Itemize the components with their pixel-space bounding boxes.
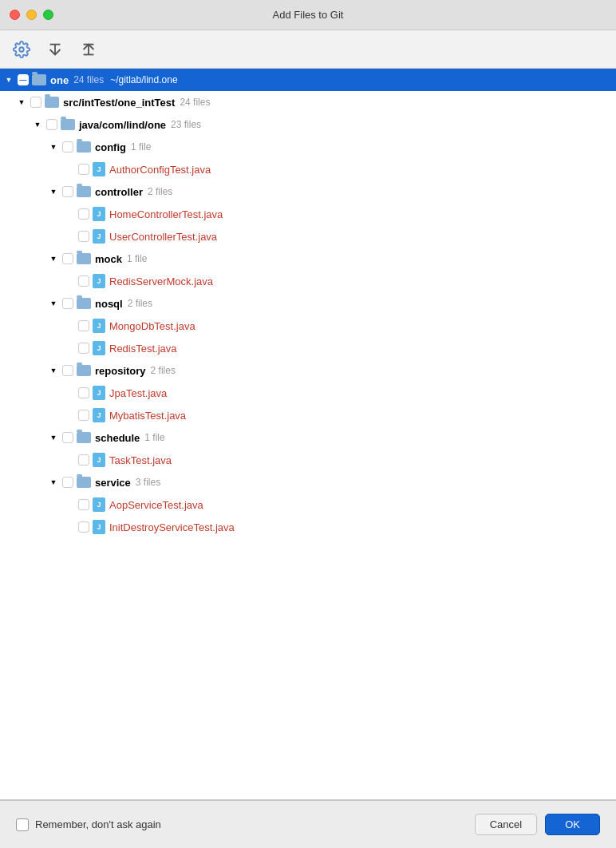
chevron-empty-1 bbox=[64, 164, 75, 175]
checkbox-MongoDbTest[interactable] bbox=[78, 320, 89, 331]
chevron-empty-9 bbox=[64, 454, 75, 466]
tree-row-UserControllerTest[interactable]: UserControllerTest.java bbox=[0, 225, 616, 248]
checkbox-UserControllerTest[interactable] bbox=[78, 231, 89, 242]
checkbox-TaskTest[interactable] bbox=[78, 454, 89, 466]
folder-icon-src bbox=[45, 97, 59, 108]
collapse-all-button[interactable] bbox=[77, 38, 101, 61]
checkbox-RedisTest[interactable] bbox=[78, 343, 89, 354]
tree-row-repository[interactable]: repository 2 files bbox=[0, 359, 616, 382]
TaskTest-name: TaskTest.java bbox=[109, 454, 172, 466]
tree-row-JpaTest[interactable]: JpaTest.java bbox=[0, 382, 616, 404]
checkbox-InitDestroyServiceTest[interactable] bbox=[78, 521, 89, 533]
remember-label: Remember, don't ask again bbox=[35, 818, 161, 830]
close-button[interactable] bbox=[10, 10, 20, 20]
java-icon-AuthorConfigTest bbox=[93, 162, 105, 176]
settings-button[interactable] bbox=[10, 38, 34, 61]
maximize-button[interactable] bbox=[43, 10, 53, 20]
chevron-empty-11 bbox=[64, 521, 75, 533]
RedisServerMock-name: RedisServerMock.java bbox=[109, 275, 213, 287]
checkbox-controller[interactable] bbox=[62, 186, 73, 197]
remember-checkbox[interactable] bbox=[16, 818, 29, 831]
java-icon-RedisTest bbox=[93, 341, 105, 355]
folder-icon-java bbox=[61, 119, 75, 130]
window-title: Add Files to Git bbox=[273, 9, 344, 21]
controller-count: 2 files bbox=[148, 186, 172, 197]
tree-row-RedisTest[interactable]: RedisTest.java bbox=[0, 337, 616, 359]
chevron-mock[interactable] bbox=[48, 253, 59, 264]
tree-row-TaskTest[interactable]: TaskTest.java bbox=[0, 449, 616, 471]
chevron-nosql[interactable] bbox=[48, 298, 59, 309]
tree-row-java[interactable]: java/com/lind/one 23 files bbox=[0, 113, 616, 136]
java-icon-UserControllerTest bbox=[93, 229, 105, 244]
title-bar: Add Files to Git bbox=[0, 0, 616, 30]
tree-row-schedule[interactable]: schedule 1 file bbox=[0, 426, 616, 449]
checkbox-HomeControllerTest[interactable] bbox=[78, 208, 89, 220]
chevron-src[interactable] bbox=[16, 97, 27, 108]
root-path: ~/gitlab/lind.one bbox=[110, 74, 177, 85]
checkbox-root[interactable] bbox=[18, 74, 29, 85]
tree-row-mock[interactable]: mock 1 file bbox=[0, 248, 616, 270]
checkbox-AopServiceTest[interactable] bbox=[78, 499, 89, 510]
checkbox-repository[interactable] bbox=[62, 365, 73, 376]
chevron-empty-10 bbox=[64, 499, 75, 510]
tree-row-HomeControllerTest[interactable]: HomeControllerTest.java bbox=[0, 203, 616, 225]
tree-row-root[interactable]: one 24 files ~/gitlab/lind.one bbox=[0, 69, 616, 91]
tree-row-MybatisTest[interactable]: MybatisTest.java bbox=[0, 404, 616, 426]
java-icon-HomeControllerTest bbox=[93, 207, 105, 221]
checkbox-AuthorConfigTest[interactable] bbox=[78, 164, 89, 175]
chevron-repository[interactable] bbox=[48, 365, 59, 376]
chevron-config[interactable] bbox=[48, 141, 59, 153]
java-icon-MybatisTest bbox=[93, 408, 105, 422]
window-controls bbox=[10, 10, 53, 20]
remember-area[interactable]: Remember, don't ask again bbox=[16, 818, 161, 831]
tree-row-service[interactable]: service 3 files bbox=[0, 471, 616, 493]
folder-icon-controller bbox=[77, 186, 91, 197]
tree-row-AopServiceTest[interactable]: AopServiceTest.java bbox=[0, 493, 616, 516]
tree-row-nosql[interactable]: nosql 2 files bbox=[0, 292, 616, 315]
expand-all-button[interactable] bbox=[43, 38, 67, 61]
checkbox-schedule[interactable] bbox=[62, 432, 73, 443]
tree-row-src[interactable]: src/intTest/one_intTest 24 files bbox=[0, 91, 616, 113]
file-tree[interactable]: one 24 files ~/gitlab/lind.one src/intTe… bbox=[0, 69, 616, 800]
chevron-controller[interactable] bbox=[48, 186, 59, 197]
chevron-root[interactable] bbox=[3, 74, 14, 85]
src-count: 24 files bbox=[180, 97, 210, 108]
checkbox-service[interactable] bbox=[62, 477, 73, 488]
checkbox-src[interactable] bbox=[30, 97, 41, 108]
folder-icon-root bbox=[32, 74, 46, 85]
chevron-schedule[interactable] bbox=[48, 432, 59, 443]
tree-row-config[interactable]: config 1 file bbox=[0, 136, 616, 158]
root-count: 24 files bbox=[73, 74, 104, 85]
service-name: service bbox=[95, 477, 131, 489]
tree-row-controller[interactable]: controller 2 files bbox=[0, 180, 616, 203]
chevron-java[interactable] bbox=[32, 119, 43, 130]
checkbox-JpaTest[interactable] bbox=[78, 387, 89, 398]
checkbox-nosql[interactable] bbox=[62, 298, 73, 309]
chevron-empty-4 bbox=[64, 275, 75, 287]
tree-row-MongoDbTest[interactable]: MongoDbTest.java bbox=[0, 315, 616, 337]
folder-icon-schedule bbox=[77, 432, 91, 443]
RedisTest-name: RedisTest.java bbox=[109, 343, 177, 355]
tree-row-RedisServerMock[interactable]: RedisServerMock.java bbox=[0, 270, 616, 292]
chevron-service[interactable] bbox=[48, 477, 59, 488]
checkbox-config[interactable] bbox=[62, 141, 73, 153]
ok-button[interactable]: OK bbox=[545, 814, 600, 835]
java-icon-RedisServerMock bbox=[93, 274, 105, 288]
checkbox-mock[interactable] bbox=[62, 253, 73, 264]
java-icon-MongoDbTest bbox=[93, 319, 105, 333]
config-count: 1 file bbox=[131, 141, 151, 153]
tree-row-AuthorConfigTest[interactable]: AuthorConfigTest.java bbox=[0, 158, 616, 180]
tree-row-InitDestroyServiceTest[interactable]: InitDestroyServiceTest.java bbox=[0, 516, 616, 538]
schedule-name: schedule bbox=[95, 432, 140, 444]
minimize-button[interactable] bbox=[26, 10, 37, 20]
repository-name: repository bbox=[95, 365, 146, 377]
checkbox-java[interactable] bbox=[46, 119, 57, 130]
checkbox-MybatisTest[interactable] bbox=[78, 410, 89, 421]
checkbox-RedisServerMock[interactable] bbox=[78, 275, 89, 287]
InitDestroyServiceTest-name: InitDestroyServiceTest.java bbox=[109, 521, 235, 533]
java-icon-JpaTest bbox=[93, 386, 105, 400]
nosql-count: 2 files bbox=[128, 298, 152, 309]
AuthorConfigTest-name: AuthorConfigTest.java bbox=[109, 164, 211, 176]
UserControllerTest-name: UserControllerTest.java bbox=[109, 231, 217, 243]
cancel-button[interactable]: Cancel bbox=[475, 814, 537, 835]
